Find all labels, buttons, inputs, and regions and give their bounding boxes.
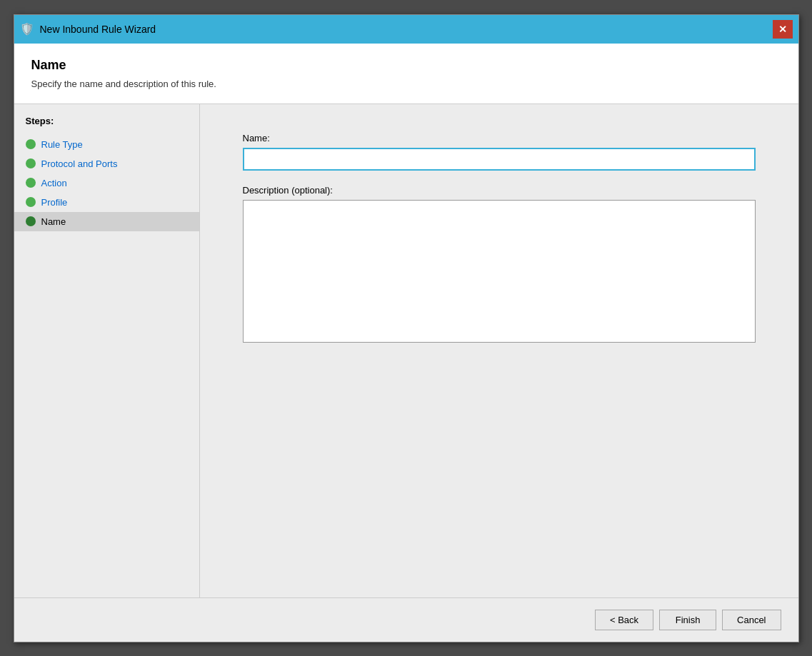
wizard-window: 🛡️ New Inbound Rule Wizard ✕ Name Specif… [14,14,799,642]
cancel-button[interactable]: Cancel [722,610,781,630]
sidebar-item-name[interactable]: Name [14,212,199,231]
footer: < Back Finish Cancel [14,597,798,642]
main-panel: Name: Description (optional): [200,104,798,597]
step-dot-rule-type [26,139,36,149]
step-dot-protocol-and-ports [26,158,36,168]
sidebar-item-protocol-and-ports[interactable]: Protocol and Ports [14,154,199,173]
window-title: New Inbound Rule Wizard [40,24,156,35]
description-textarea[interactable] [243,200,756,343]
content-area: Steps: Rule Type Protocol and Ports Acti… [14,104,798,597]
sidebar-item-action[interactable]: Action [14,173,199,193]
page-subtitle: Specify the name and description of this… [31,79,781,89]
step-dot-action [26,178,36,188]
name-label: Name: [243,133,756,143]
title-bar: 🛡️ New Inbound Rule Wizard ✕ [14,15,798,44]
sidebar-item-label-rule-type: Rule Type [41,139,83,150]
steps-label: Steps: [14,116,199,135]
app-icon: 🛡️ [20,22,34,36]
header-section: Name Specify the name and description of… [14,44,798,104]
sidebar-item-label-profile: Profile [41,197,68,208]
step-dot-name [26,216,36,226]
step-dot-profile [26,197,36,207]
sidebar-item-rule-type[interactable]: Rule Type [14,135,199,154]
title-bar-left: 🛡️ New Inbound Rule Wizard [20,22,156,36]
form-section: Name: Description (optional): [243,133,756,569]
page-title: Name [31,58,781,73]
name-input[interactable] [243,148,756,171]
sidebar-item-label-name: Name [41,216,66,227]
description-label: Description (optional): [243,185,756,196]
back-button[interactable]: < Back [595,610,653,630]
sidebar-item-profile[interactable]: Profile [14,193,199,212]
sidebar: Steps: Rule Type Protocol and Ports Acti… [14,104,200,597]
sidebar-item-label-action: Action [41,178,67,188]
close-button[interactable]: ✕ [773,20,793,39]
finish-button[interactable]: Finish [659,610,716,630]
sidebar-item-label-protocol-and-ports: Protocol and Ports [41,158,118,169]
